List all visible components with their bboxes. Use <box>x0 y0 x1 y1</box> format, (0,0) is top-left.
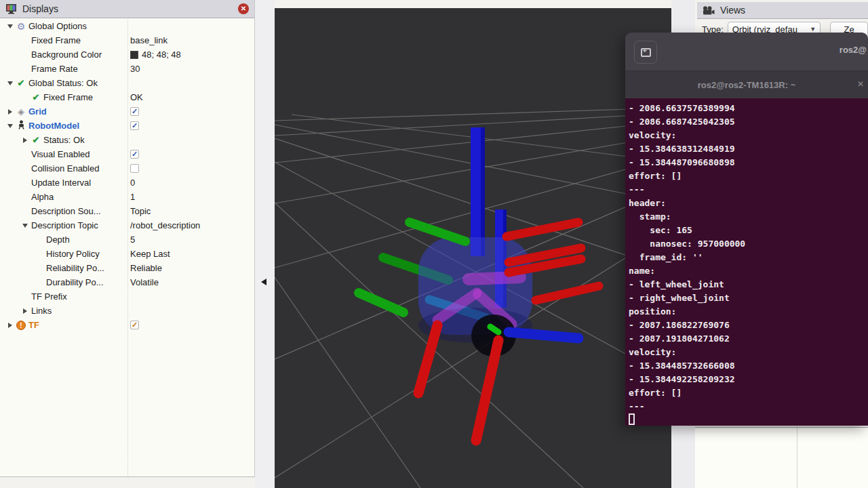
collapse-panel-icon[interactable] <box>261 279 267 285</box>
property-value[interactable]: ✓ <box>130 318 139 332</box>
views-list[interactable] <box>695 427 868 488</box>
panel-splitter[interactable] <box>255 0 275 488</box>
tab-close-icon[interactable]: ✕ <box>857 79 864 89</box>
property-label: Depth <box>45 235 70 245</box>
displays-row[interactable]: ✔Fixed FrameOK <box>0 90 254 104</box>
property-value[interactable]: ✓ <box>130 147 139 161</box>
property-label: Frame Rate <box>30 64 78 74</box>
displays-row[interactable]: Reliability Po...Reliable <box>0 261 254 275</box>
property-value[interactable]: 30 <box>130 62 140 76</box>
expander-open-icon[interactable] <box>5 124 15 128</box>
color-swatch <box>130 51 138 59</box>
property-label: Update Interval <box>30 178 91 188</box>
property-label: Visual Enabled <box>30 149 90 159</box>
property-value[interactable]: base_link <box>130 33 167 47</box>
displays-row[interactable]: ✔Global Status: Ok <box>0 76 254 90</box>
terminal-window-title: ros2@ <box>840 45 867 55</box>
displays-row[interactable]: Background Color48; 48; 48 <box>0 47 254 62</box>
property-value[interactable]: ✓ <box>130 104 139 119</box>
property-value[interactable]: Keep Last <box>130 247 170 261</box>
new-tab-icon <box>641 48 651 57</box>
displays-row[interactable]: !TF✓ <box>0 318 254 332</box>
property-label: RobotModel <box>27 121 79 131</box>
checkbox[interactable] <box>130 164 139 173</box>
property-value[interactable]: ✓ <box>130 119 139 133</box>
warning-icon: ! <box>16 321 26 330</box>
property-value[interactable]: /robot_description <box>130 218 200 232</box>
displays-tree: ⚙Global OptionsFixed Framebase_linkBackg… <box>0 19 254 476</box>
property-label: Global Status: Ok <box>27 78 98 88</box>
tf-z-axis-horizontal <box>509 332 578 338</box>
displays-row[interactable]: Durability Po...Volatile <box>0 275 254 289</box>
new-tab-button[interactable] <box>634 41 657 64</box>
gear-icon: ⚙ <box>15 22 27 31</box>
displays-row[interactable]: Update Interval0 <box>0 176 254 190</box>
expander-open-icon[interactable] <box>5 24 15 28</box>
property-value[interactable]: 5 <box>130 232 135 247</box>
check-icon: ✔ <box>30 136 42 145</box>
expander-closed-icon[interactable] <box>5 109 15 115</box>
displays-row[interactable]: Depth5 <box>0 232 254 247</box>
robot-icon <box>15 120 27 131</box>
displays-row[interactable]: Collision Enabled <box>0 161 254 176</box>
views-titlebar[interactable]: Views <box>697 2 868 19</box>
displays-row[interactable]: Alpha1 <box>0 190 254 204</box>
expander-closed-icon[interactable] <box>5 323 15 328</box>
chevron-down-icon: ▼ <box>810 26 816 33</box>
expander-open-icon[interactable] <box>5 81 15 85</box>
render-viewport[interactable] <box>275 8 671 488</box>
displays-panel-title: Displays <box>22 3 58 14</box>
displays-row[interactable]: Links <box>0 304 254 318</box>
checkbox[interactable]: ✓ <box>130 107 139 116</box>
expander-open-icon[interactable] <box>20 224 30 228</box>
property-value[interactable] <box>130 161 139 176</box>
3d-scene <box>275 8 671 488</box>
checkbox[interactable]: ✓ <box>130 321 139 329</box>
terminal-cursor <box>629 413 635 425</box>
displays-row[interactable]: TF Prefix <box>0 289 254 304</box>
property-label: TF <box>27 320 39 330</box>
terminal-window[interactable]: ros2@ ros2@ros2-TM1613R: ~ ✕ - 2086.6637… <box>625 33 868 426</box>
displays-row[interactable]: Frame Rate30 <box>0 62 254 76</box>
displays-row[interactable]: ◈Grid✓ <box>0 104 254 119</box>
property-value[interactable]: 1 <box>130 190 135 204</box>
displays-row[interactable]: Description Topic/robot_description <box>0 218 254 232</box>
terminal-tab-title[interactable]: ros2@ros2-TM1613R: ~ <box>698 80 796 90</box>
checkbox[interactable]: ✓ <box>130 150 139 159</box>
property-label: TF Prefix <box>30 291 67 302</box>
property-label: Description Topic <box>30 220 98 230</box>
property-value[interactable]: Topic <box>130 204 151 218</box>
property-label: Reliability Po... <box>45 263 104 273</box>
displays-row[interactable]: Visual Enabled✓ <box>0 147 254 161</box>
property-label: Fixed Frame <box>42 92 93 102</box>
property-label: Links <box>30 306 52 316</box>
displays-titlebar[interactable]: Displays ✕ <box>0 0 254 18</box>
check-icon: ✔ <box>30 93 42 102</box>
property-value[interactable]: Reliable <box>130 261 162 275</box>
checkbox[interactable]: ✓ <box>130 121 139 130</box>
views-list-divider <box>797 428 797 488</box>
displays-row[interactable]: History PolicyKeep Last <box>0 247 254 261</box>
terminal-content[interactable]: - 2086.6637576389994 - 2086.668742504230… <box>625 98 868 426</box>
displays-row[interactable]: Fixed Framebase_link <box>0 33 254 47</box>
terminal-headerbar[interactable]: ros2@ <box>625 33 868 71</box>
displays-row[interactable]: RobotModel✓ <box>0 119 254 133</box>
property-value[interactable]: Volatile <box>130 275 159 289</box>
property-value[interactable]: 48; 48; 48 <box>130 47 181 62</box>
property-label: Fixed Frame <box>30 35 81 45</box>
property-label: Global Options <box>27 21 87 31</box>
displays-row[interactable]: ⚙Global Options <box>0 19 254 33</box>
property-label: Grid <box>27 106 47 117</box>
expander-closed-icon[interactable] <box>20 138 30 143</box>
grid-icon: ◈ <box>15 107 27 117</box>
property-label: History Policy <box>45 249 100 259</box>
tf-x-axis-down-left <box>418 325 437 393</box>
property-value[interactable]: OK <box>130 90 143 104</box>
views-panel-icon <box>703 6 715 15</box>
displays-row[interactable]: ✔Status: Ok <box>0 133 254 147</box>
expander-closed-icon[interactable] <box>20 308 30 314</box>
property-value[interactable]: 0 <box>130 176 135 190</box>
terminal-tabbar[interactable]: ros2@ros2-TM1613R: ~ ✕ <box>625 71 868 98</box>
close-icon[interactable]: ✕ <box>238 3 249 14</box>
displays-row[interactable]: Description Sou...Topic <box>0 204 254 218</box>
